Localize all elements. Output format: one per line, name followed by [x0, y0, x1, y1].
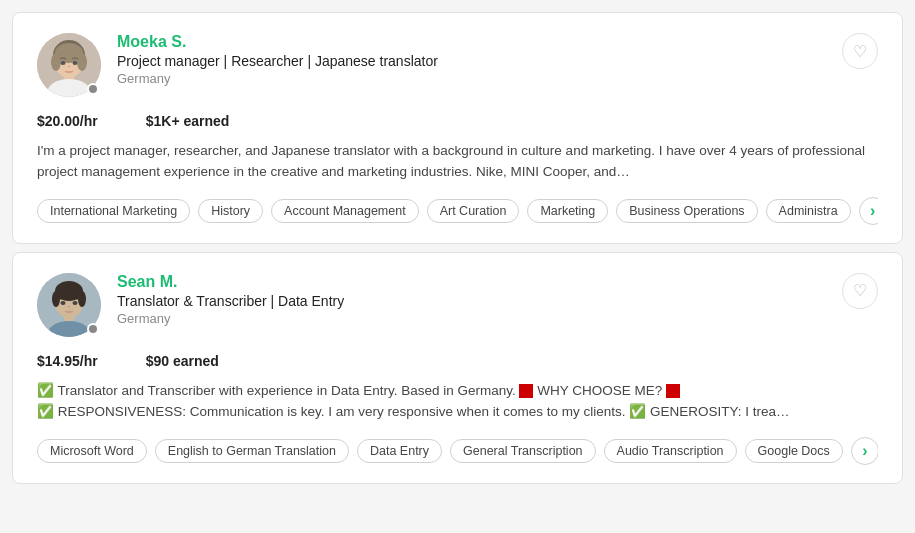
tags-row-2: Microsoft Word English to German Transla… — [37, 437, 878, 465]
tag-data-entry[interactable]: Data Entry — [357, 439, 442, 463]
svg-point-18 — [73, 301, 78, 305]
desc-text-2: WHY CHOOSE ME? — [537, 383, 666, 398]
profile-description-2: ✅ Translator and Transcriber with experi… — [37, 381, 878, 423]
desc-text-3: RESPONSIVENESS: Communication is key. I … — [58, 404, 629, 419]
rate-stat-2: $14.95/hr — [37, 353, 98, 369]
profile-name[interactable]: Moeka S. — [117, 33, 438, 51]
freelancer-card-sean: Sean M. Translator & Transcriber | Data … — [12, 252, 903, 484]
profile-info-2: Sean M. Translator & Transcriber | Data … — [117, 273, 344, 326]
avatar-wrapper-2 — [37, 273, 101, 337]
profile-name-2[interactable]: Sean M. — [117, 273, 344, 291]
tag-account-management[interactable]: Account Management — [271, 199, 419, 223]
status-dot — [87, 83, 99, 95]
profile-section: Moeka S. Project manager | Researcher | … — [37, 33, 438, 97]
tag-history[interactable]: History — [198, 199, 263, 223]
avatar-wrapper — [37, 33, 101, 97]
earned-stat: $1K+ earned — [146, 113, 230, 129]
card-header-2: Sean M. Translator & Transcriber | Data … — [37, 273, 878, 337]
tag-english-german[interactable]: English to German Translation — [155, 439, 349, 463]
tag-audio-transcription[interactable]: Audio Transcription — [604, 439, 737, 463]
tag-business-operations[interactable]: Business Operations — [616, 199, 757, 223]
check-icon-2: ✅ — [37, 404, 54, 419]
svg-point-17 — [61, 301, 66, 305]
profile-section-2: Sean M. Translator & Transcriber | Data … — [37, 273, 344, 337]
tag-marketing[interactable]: Marketing — [527, 199, 608, 223]
svg-point-8 — [61, 61, 66, 65]
stats-row: $20.00/hr $1K+ earned — [37, 113, 878, 129]
more-tags-button-2[interactable]: › — [851, 437, 878, 465]
tag-art-curation[interactable]: Art Curation — [427, 199, 520, 223]
profile-location-2: Germany — [117, 311, 344, 326]
profile-title: Project manager | Researcher | Japanese … — [117, 53, 438, 69]
tags-row: International Marketing History Account … — [37, 197, 878, 225]
profile-info: Moeka S. Project manager | Researcher | … — [117, 33, 438, 86]
profile-title-2: Translator & Transcriber | Data Entry — [117, 293, 344, 309]
tag-administra[interactable]: Administra — [766, 199, 851, 223]
favorite-button-2[interactable]: ♡ — [842, 273, 878, 309]
tag-google-docs[interactable]: Google Docs — [745, 439, 843, 463]
svg-point-16 — [78, 291, 86, 307]
freelancer-card-moeka: Moeka S. Project manager | Researcher | … — [12, 12, 903, 244]
tag-international-marketing[interactable]: International Marketing — [37, 199, 190, 223]
card-header: Moeka S. Project manager | Researcher | … — [37, 33, 878, 97]
profile-description: I'm a project manager, researcher, and J… — [37, 141, 878, 183]
check-icon-1: ✅ — [37, 383, 54, 398]
desc-text-4: GENEROSITY: I trea… — [650, 404, 790, 419]
svg-point-9 — [73, 61, 78, 65]
earned-stat-2: $90 earned — [146, 353, 219, 369]
svg-point-7 — [77, 53, 87, 71]
check-icon-3: ✅ — [629, 404, 646, 419]
stats-row-2: $14.95/hr $90 earned — [37, 353, 878, 369]
svg-point-6 — [51, 53, 61, 71]
status-dot-2 — [87, 323, 99, 335]
more-tags-button[interactable]: › — [859, 197, 878, 225]
rate-stat: $20.00/hr — [37, 113, 98, 129]
red-square-2 — [666, 384, 680, 398]
tag-microsoft-word[interactable]: Microsoft Word — [37, 439, 147, 463]
favorite-button[interactable]: ♡ — [842, 33, 878, 69]
desc-text-1: Translator and Transcriber with experien… — [58, 383, 520, 398]
svg-point-15 — [52, 291, 60, 307]
tag-general-transcription[interactable]: General Transcription — [450, 439, 596, 463]
profile-location: Germany — [117, 71, 438, 86]
red-square-1 — [519, 384, 533, 398]
